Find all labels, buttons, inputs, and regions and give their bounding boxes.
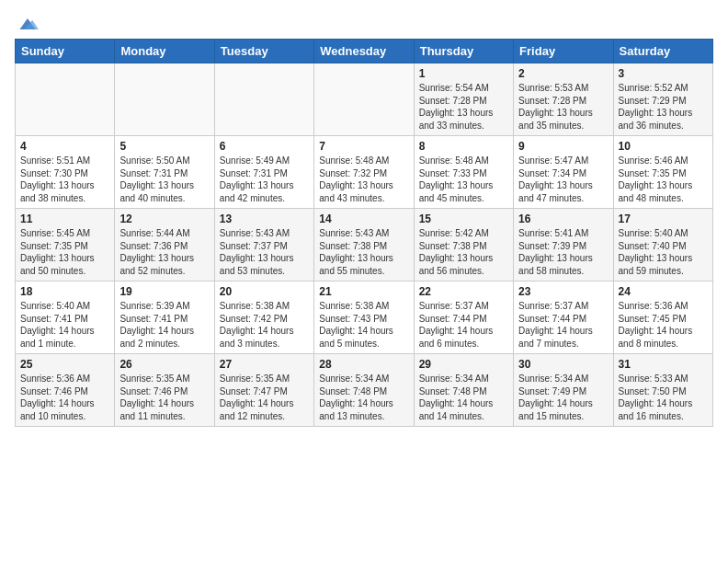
cell-content: Sunrise: 5:38 AM Sunset: 7:43 PM Dayligh… [319,300,408,350]
calendar-cell: 3Sunrise: 5:52 AM Sunset: 7:29 PM Daylig… [613,63,712,136]
week-row-1: 1Sunrise: 5:54 AM Sunset: 7:28 PM Daylig… [16,63,713,136]
calendar-cell: 27Sunrise: 5:35 AM Sunset: 7:47 PM Dayli… [214,354,313,427]
cell-content: Sunrise: 5:33 AM Sunset: 7:50 PM Dayligh… [619,373,708,422]
cell-content: Sunrise: 5:34 AM Sunset: 7:49 PM Dayligh… [518,373,608,422]
cell-content: Sunrise: 5:37 AM Sunset: 7:44 PM Dayligh… [419,300,508,350]
cell-content: Sunrise: 5:40 AM Sunset: 7:41 PM Dayligh… [20,300,109,350]
cell-content: Sunrise: 5:34 AM Sunset: 7:48 PM Dayligh… [319,373,408,422]
calendar-cell: 23Sunrise: 5:37 AM Sunset: 7:44 PM Dayli… [514,282,613,354]
week-row-4: 18Sunrise: 5:40 AM Sunset: 7:41 PM Dayli… [16,282,713,354]
cell-content: Sunrise: 5:35 AM Sunset: 7:46 PM Dayligh… [119,373,209,422]
calendar-cell: 25Sunrise: 5:36 AM Sunset: 7:46 PM Dayli… [16,354,115,427]
calendar-cell: 22Sunrise: 5:37 AM Sunset: 7:44 PM Dayli… [414,282,513,354]
page-header [15,15,713,29]
cell-content: Sunrise: 5:46 AM Sunset: 7:35 PM Dayligh… [619,155,708,204]
day-number: 10 [619,140,708,153]
day-number: 28 [319,358,408,371]
weekday-header-row: SundayMondayTuesdayWednesdayThursdayFrid… [16,40,713,63]
day-number: 14 [319,213,408,225]
day-number: 1 [419,67,508,80]
cell-content: Sunrise: 5:43 AM Sunset: 7:38 PM Dayligh… [319,227,408,277]
day-number: 22 [419,285,508,298]
calendar-cell: 8Sunrise: 5:48 AM Sunset: 7:33 PM Daylig… [414,136,513,209]
day-number: 29 [419,358,508,371]
cell-content: Sunrise: 5:35 AM Sunset: 7:47 PM Dayligh… [220,373,309,422]
day-number: 19 [119,285,209,298]
weekday-header-sunday: Sunday [16,40,115,63]
week-row-3: 11Sunrise: 5:45 AM Sunset: 7:35 PM Dayli… [16,209,713,282]
day-number: 5 [119,140,209,153]
cell-content: Sunrise: 5:54 AM Sunset: 7:28 PM Dayligh… [419,82,508,132]
cell-content: Sunrise: 5:50 AM Sunset: 7:31 PM Dayligh… [119,155,209,204]
cell-content: Sunrise: 5:39 AM Sunset: 7:41 PM Dayligh… [119,300,209,350]
weekday-header-tuesday: Tuesday [214,40,313,63]
day-number: 15 [419,213,508,225]
cell-content: Sunrise: 5:37 AM Sunset: 7:44 PM Dayligh… [518,300,608,350]
day-number: 20 [220,285,309,298]
week-row-2: 4Sunrise: 5:51 AM Sunset: 7:30 PM Daylig… [16,136,713,209]
calendar-cell: 10Sunrise: 5:46 AM Sunset: 7:35 PM Dayli… [613,136,712,209]
calendar-cell: 6Sunrise: 5:49 AM Sunset: 7:31 PM Daylig… [214,136,313,209]
day-number: 17 [619,213,708,225]
day-number: 8 [419,140,508,153]
cell-content: Sunrise: 5:36 AM Sunset: 7:46 PM Dayligh… [20,373,109,422]
day-number: 3 [619,67,708,80]
calendar-cell: 26Sunrise: 5:35 AM Sunset: 7:46 PM Dayli… [115,354,214,427]
calendar-cell: 31Sunrise: 5:33 AM Sunset: 7:50 PM Dayli… [613,354,712,427]
calendar-cell: 2Sunrise: 5:53 AM Sunset: 7:28 PM Daylig… [514,63,613,136]
cell-content: Sunrise: 5:40 AM Sunset: 7:40 PM Dayligh… [619,227,708,277]
calendar-cell: 12Sunrise: 5:44 AM Sunset: 7:36 PM Dayli… [115,209,214,282]
cell-content: Sunrise: 5:53 AM Sunset: 7:28 PM Dayligh… [518,82,608,132]
calendar-cell: 4Sunrise: 5:51 AM Sunset: 7:30 PM Daylig… [16,136,115,209]
day-number: 16 [518,213,608,225]
cell-content: Sunrise: 5:45 AM Sunset: 7:35 PM Dayligh… [20,227,109,277]
calendar-cell: 7Sunrise: 5:48 AM Sunset: 7:32 PM Daylig… [314,136,414,209]
calendar-table: SundayMondayTuesdayWednesdayThursdayFrid… [15,39,713,427]
calendar-cell: 16Sunrise: 5:41 AM Sunset: 7:39 PM Dayli… [514,209,613,282]
calendar-cell: 5Sunrise: 5:50 AM Sunset: 7:31 PM Daylig… [115,136,214,209]
day-number: 7 [319,140,408,153]
calendar-cell: 15Sunrise: 5:42 AM Sunset: 7:38 PM Dayli… [414,209,513,282]
day-number: 4 [20,140,109,153]
day-number: 23 [518,285,608,298]
logo-icon [17,15,39,33]
calendar-cell: 14Sunrise: 5:43 AM Sunset: 7:38 PM Dayli… [314,209,414,282]
cell-content: Sunrise: 5:47 AM Sunset: 7:34 PM Dayligh… [518,155,608,204]
day-number: 31 [619,358,708,371]
day-number: 11 [20,213,109,225]
calendar-cell [314,63,414,136]
day-number: 24 [619,285,708,298]
calendar-cell: 9Sunrise: 5:47 AM Sunset: 7:34 PM Daylig… [514,136,613,209]
cell-content: Sunrise: 5:48 AM Sunset: 7:32 PM Dayligh… [319,155,408,204]
cell-content: Sunrise: 5:49 AM Sunset: 7:31 PM Dayligh… [220,155,309,204]
day-number: 30 [518,358,608,371]
weekday-header-thursday: Thursday [414,40,513,63]
weekday-header-wednesday: Wednesday [314,40,414,63]
calendar-cell: 18Sunrise: 5:40 AM Sunset: 7:41 PM Dayli… [16,282,115,354]
day-number: 12 [119,213,209,225]
cell-content: Sunrise: 5:44 AM Sunset: 7:36 PM Dayligh… [119,227,209,277]
calendar-cell: 1Sunrise: 5:54 AM Sunset: 7:28 PM Daylig… [414,63,513,136]
calendar-cell: 11Sunrise: 5:45 AM Sunset: 7:35 PM Dayli… [16,209,115,282]
calendar-cell: 24Sunrise: 5:36 AM Sunset: 7:45 PM Dayli… [613,282,712,354]
day-number: 26 [119,358,209,371]
day-number: 6 [220,140,309,153]
logo [15,15,39,29]
calendar-cell [115,63,214,136]
day-number: 21 [319,285,408,298]
calendar-cell: 29Sunrise: 5:34 AM Sunset: 7:48 PM Dayli… [414,354,513,427]
calendar-cell [214,63,313,136]
day-number: 9 [518,140,608,153]
cell-content: Sunrise: 5:48 AM Sunset: 7:33 PM Dayligh… [419,155,508,204]
calendar-cell: 30Sunrise: 5:34 AM Sunset: 7:49 PM Dayli… [514,354,613,427]
calendar-cell: 28Sunrise: 5:34 AM Sunset: 7:48 PM Dayli… [314,354,414,427]
cell-content: Sunrise: 5:43 AM Sunset: 7:37 PM Dayligh… [220,227,309,277]
cell-content: Sunrise: 5:52 AM Sunset: 7:29 PM Dayligh… [619,82,708,132]
day-number: 27 [220,358,309,371]
calendar-cell: 20Sunrise: 5:38 AM Sunset: 7:42 PM Dayli… [214,282,313,354]
day-number: 25 [20,358,109,371]
cell-content: Sunrise: 5:34 AM Sunset: 7:48 PM Dayligh… [419,373,508,422]
calendar-cell: 17Sunrise: 5:40 AM Sunset: 7:40 PM Dayli… [613,209,712,282]
cell-content: Sunrise: 5:41 AM Sunset: 7:39 PM Dayligh… [518,227,608,277]
weekday-header-saturday: Saturday [613,40,712,63]
